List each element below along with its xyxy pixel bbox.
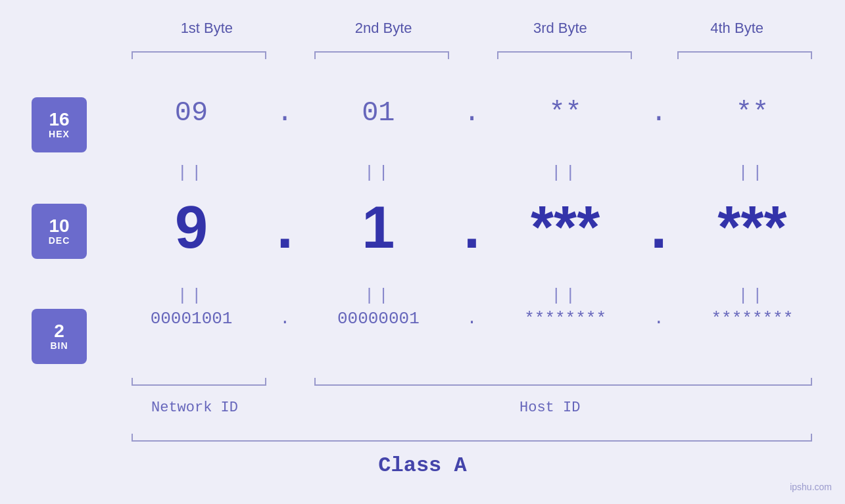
network-id-label: Network ID — [151, 400, 238, 416]
watermark: ipshu.com — [790, 482, 832, 492]
bracket-col2 — [314, 51, 449, 59]
dec-val2: 1 — [312, 194, 444, 262]
dec-badge-label: DEC — [49, 235, 70, 246]
equals-mid-3: || — [500, 286, 631, 306]
equals-mid-1: || — [126, 286, 257, 306]
dec-badge-number: 10 — [49, 217, 69, 235]
dec-row: 9 . 1 . *** . *** — [118, 194, 825, 262]
hex-dot2: . — [458, 97, 485, 129]
hex-val4: ** — [687, 97, 818, 129]
bin-badge: 2 BIN — [32, 309, 87, 364]
dec-val3: *** — [500, 194, 631, 262]
dec-val1: 9 — [126, 194, 257, 262]
equals-top-2: || — [312, 163, 444, 183]
bracket-network-id — [132, 378, 266, 386]
bin-row: 00001001 . 00000001 . ******** . *******… — [118, 309, 825, 329]
bracket-col4 — [677, 51, 812, 59]
hex-badge: 16 HEX — [32, 97, 87, 152]
bracket-col1 — [132, 51, 266, 59]
bin-val3: ******** — [500, 309, 631, 329]
equals-mid-4: || — [687, 286, 818, 306]
main-container: 1st Byte 2nd Byte 3rd Byte 4th Byte 16 H… — [0, 0, 845, 504]
dec-dot1: . — [272, 194, 298, 262]
bracket-class-a — [132, 434, 812, 442]
column-headers: 1st Byte 2nd Byte 3rd Byte 4th Byte — [118, 20, 825, 37]
dec-dot2: . — [458, 194, 485, 262]
bin-dot2: . — [458, 309, 485, 329]
bin-badge-label: BIN — [50, 340, 68, 351]
hex-badge-number: 16 — [49, 110, 69, 129]
bin-val1: 00001001 — [126, 309, 257, 329]
equals-top-4: || — [687, 163, 818, 183]
host-id-label: Host ID — [519, 400, 580, 416]
col-header-3: 3rd Byte — [488, 20, 633, 37]
equals-row-mid: || || || || — [118, 286, 825, 306]
dec-dot3: . — [646, 194, 672, 262]
hex-val1: 09 — [126, 97, 257, 129]
bin-val4: ******** — [687, 309, 818, 329]
hex-dot1: . — [272, 97, 298, 129]
bin-dot3: . — [646, 309, 672, 329]
equals-row-top: || || || || — [118, 163, 825, 183]
hex-dot3: . — [646, 97, 672, 129]
col-header-2: 2nd Byte — [311, 20, 456, 37]
dec-val4: *** — [687, 194, 818, 262]
bin-badge-number: 2 — [54, 322, 64, 340]
equals-top-3: || — [500, 163, 631, 183]
hex-badge-label: HEX — [49, 129, 70, 139]
bracket-host-id — [314, 378, 812, 386]
bracket-col3 — [497, 51, 632, 59]
class-a-label: Class A — [0, 453, 845, 478]
bin-val2: 00000001 — [312, 309, 444, 329]
dec-badge: 10 DEC — [32, 204, 87, 259]
bin-dot1: . — [272, 309, 298, 329]
equals-top-1: || — [126, 163, 257, 183]
hex-val2: 01 — [312, 97, 444, 129]
col-header-1: 1st Byte — [134, 20, 279, 37]
col-header-4: 4th Byte — [665, 20, 809, 37]
equals-mid-2: || — [312, 286, 444, 306]
hex-row: 09 . 01 . ** . ** — [118, 97, 825, 129]
hex-val3: ** — [500, 97, 631, 129]
